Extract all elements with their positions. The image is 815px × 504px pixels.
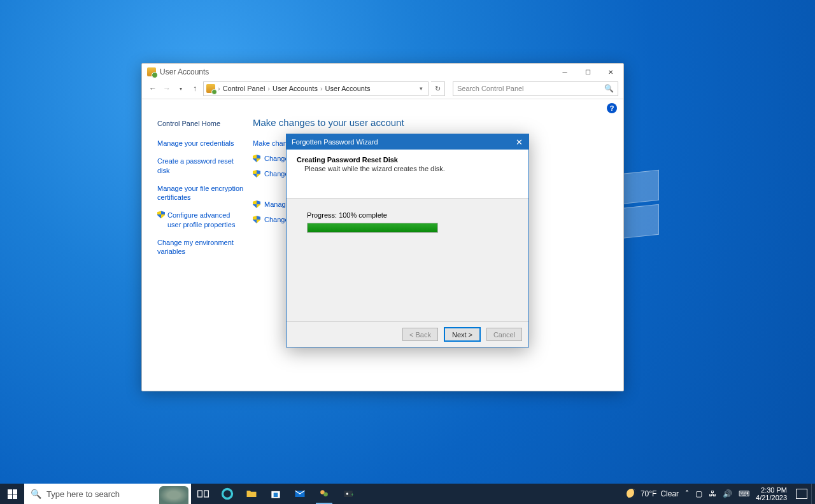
wizard-header: Creating Password Reset Disk Please wait… bbox=[287, 150, 528, 199]
progress-label: Progress: 100% complete bbox=[307, 211, 508, 219]
sidebar-link-reset-disk[interactable]: Create a password reset disk bbox=[157, 157, 244, 175]
weather-temp: 70°F bbox=[641, 489, 656, 498]
search-placeholder: Search Control Panel bbox=[457, 85, 604, 92]
system-tray: 70°F Clear ˄ ▢ 🖧 🔊 ⌨ 2:30 PM 4/21/2023 bbox=[623, 484, 811, 504]
addr-dropdown-icon[interactable]: ▾ bbox=[417, 85, 425, 92]
next-button[interactable]: Next > bbox=[444, 328, 480, 341]
svg-rect-4 bbox=[274, 493, 278, 497]
refresh-button[interactable]: ↻ bbox=[431, 81, 445, 96]
back-button[interactable]: ← bbox=[147, 83, 159, 94]
task-view-icon bbox=[197, 487, 209, 500]
shield-icon bbox=[253, 216, 260, 223]
edge-icon bbox=[221, 487, 234, 500]
task-view-button[interactable] bbox=[191, 484, 215, 504]
sidebar-link-credentials[interactable]: Manage your credentials bbox=[157, 139, 244, 148]
tray-overflow-icon[interactable]: ˄ bbox=[685, 489, 689, 498]
sidebar-home-link[interactable]: Control Panel Home bbox=[157, 120, 244, 127]
windows-logo-icon bbox=[8, 489, 17, 499]
svg-rect-1 bbox=[204, 491, 209, 497]
wizard-close-button[interactable]: ✕ bbox=[509, 134, 528, 150]
mail-icon bbox=[294, 487, 306, 500]
show-desktop-button[interactable] bbox=[811, 484, 815, 504]
user-accounts-icon bbox=[147, 67, 156, 76]
address-bar[interactable]: › Control Panel › User Accounts › User A… bbox=[203, 81, 429, 96]
maximize-button[interactable]: ☐ bbox=[576, 64, 599, 80]
volume-icon[interactable]: 🔊 bbox=[723, 489, 732, 498]
clock-time: 2:30 PM bbox=[756, 486, 787, 494]
nav-row: ← → ▾ ↑ › Control Panel › User Accounts … bbox=[142, 80, 623, 99]
wizard-titlebar[interactable]: Forgotten Password Wizard ✕ bbox=[287, 134, 528, 150]
svg-point-7 bbox=[323, 493, 328, 497]
folder-icon bbox=[245, 487, 258, 500]
recent-dropdown[interactable]: ▾ bbox=[175, 83, 187, 94]
sidebar-link-profile[interactable]: Configure advanced user profile properti… bbox=[157, 211, 244, 229]
svg-rect-0 bbox=[198, 491, 202, 497]
moon-icon bbox=[627, 489, 637, 499]
search-highlight-image bbox=[159, 486, 188, 504]
search-input[interactable]: Search Control Panel 🔍 bbox=[453, 81, 618, 96]
addr-icon bbox=[206, 84, 215, 93]
progress-bar bbox=[307, 223, 438, 233]
svg-point-2 bbox=[223, 489, 232, 499]
store-icon bbox=[269, 487, 282, 500]
wizard-title: Forgotten Password Wizard bbox=[292, 138, 378, 146]
weather-desc: Clear bbox=[660, 489, 679, 498]
meet-now-icon[interactable]: ▢ bbox=[695, 489, 702, 498]
titlebar[interactable]: User Accounts ─ ☐ ✕ bbox=[142, 64, 623, 80]
shield-icon bbox=[253, 200, 260, 208]
taskbar-clock[interactable]: 2:30 PM 4/21/2023 bbox=[756, 486, 790, 501]
breadcrumb-seg[interactable]: Control Panel bbox=[223, 85, 266, 92]
taskbar-app-photos[interactable]: + bbox=[336, 484, 360, 504]
action-center-icon[interactable] bbox=[796, 489, 807, 499]
taskbar-search[interactable]: 🔍 Type here to search bbox=[24, 484, 191, 504]
wizard-heading: Creating Password Reset Disk bbox=[297, 156, 518, 164]
shield-icon bbox=[157, 211, 165, 218]
page-heading: Make changes to your user account bbox=[253, 117, 611, 128]
shield-icon bbox=[253, 170, 260, 178]
svg-point-9 bbox=[346, 493, 348, 494]
search-icon: 🔍 bbox=[31, 489, 41, 499]
svg-text:+: + bbox=[351, 493, 353, 497]
progress-fill bbox=[308, 223, 437, 232]
sidebar: Control Panel Home Manage your credentia… bbox=[155, 117, 250, 265]
taskbar-app-store[interactable] bbox=[264, 484, 288, 504]
taskbar-app-edge[interactable] bbox=[215, 484, 239, 504]
photos-icon: + bbox=[342, 487, 355, 500]
back-button: < Back bbox=[402, 328, 438, 341]
search-placeholder: Type here to search bbox=[46, 489, 120, 499]
wizard-subheading: Please wait while the wizard creates the… bbox=[297, 165, 518, 172]
forgotten-password-wizard: Forgotten Password Wizard ✕ Creating Pas… bbox=[286, 134, 529, 347]
taskbar-app-mail[interactable] bbox=[288, 484, 312, 504]
close-button[interactable]: ✕ bbox=[599, 64, 622, 80]
taskbar: 🔍 Type here to search + 70°F Clea bbox=[0, 484, 815, 504]
cancel-button: Cancel bbox=[486, 328, 522, 341]
shield-icon bbox=[253, 155, 260, 162]
sidebar-link-encryption[interactable]: Manage your file encryption certificates bbox=[157, 184, 244, 202]
up-button[interactable]: ↑ bbox=[189, 83, 201, 94]
network-icon[interactable]: 🖧 bbox=[709, 489, 716, 498]
clock-date: 4/21/2023 bbox=[756, 494, 787, 501]
start-button[interactable] bbox=[0, 484, 24, 504]
help-icon[interactable]: ? bbox=[607, 103, 617, 113]
wizard-footer: < Back Next > Cancel bbox=[287, 321, 528, 347]
taskbar-app-controlpanel[interactable] bbox=[312, 484, 336, 504]
ime-icon[interactable]: ⌨ bbox=[739, 489, 749, 498]
user-accounts-icon bbox=[318, 487, 330, 500]
forward-button[interactable]: → bbox=[161, 83, 173, 94]
sidebar-link-env-vars[interactable]: Change my environment variables bbox=[157, 238, 244, 256]
window-title: User Accounts bbox=[160, 67, 209, 76]
breadcrumb-seg[interactable]: User Accounts bbox=[325, 85, 371, 92]
breadcrumb-seg[interactable]: User Accounts bbox=[273, 85, 318, 92]
minimize-button[interactable]: ─ bbox=[553, 64, 576, 80]
taskbar-weather[interactable]: 70°F Clear bbox=[627, 489, 679, 499]
taskbar-app-explorer[interactable] bbox=[239, 484, 264, 504]
wizard-body: Progress: 100% complete bbox=[287, 199, 528, 233]
search-icon[interactable]: 🔍 bbox=[604, 84, 614, 93]
